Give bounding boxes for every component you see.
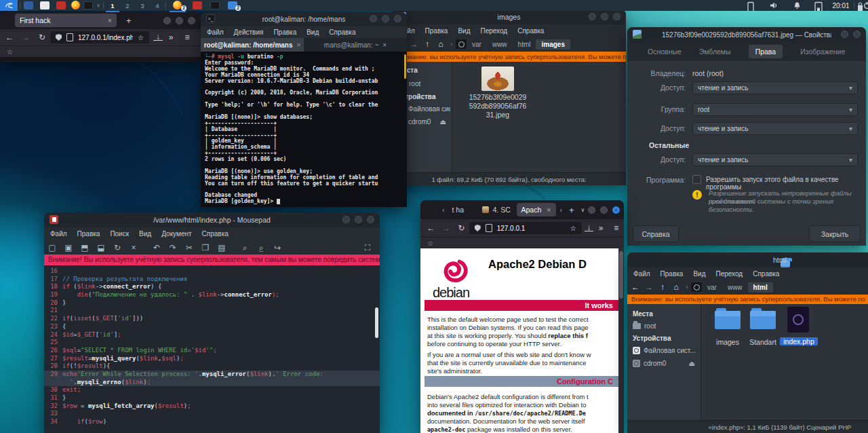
file-index-php-label[interactable]: index.php	[780, 337, 818, 345]
sidebar-item-cdrom[interactable]: cdrom0⏏	[633, 358, 699, 369]
eject-icon[interactable]: ⏏	[440, 118, 446, 126]
bookmark-star-icon[interactable]: ☆	[570, 225, 576, 232]
allow-execute-checkbox[interactable]	[692, 175, 701, 184]
tracking-shield-icon[interactable]	[56, 34, 62, 41]
terminal-tab-mans[interactable]: mans@kaliman: ~ ×	[304, 38, 407, 52]
terminal-scrollbar[interactable]	[404, 54, 406, 79]
up-button[interactable]: ↑	[420, 39, 434, 49]
taskbar-firefox-button[interactable]: 2	[170, 0, 186, 12]
tab-scroll-right-icon[interactable]: ›	[560, 206, 563, 214]
find-icon[interactable]: ⌕	[237, 243, 253, 252]
app-menu-button[interactable]: ≡	[179, 33, 195, 42]
tab-image[interactable]: Изображение	[800, 48, 845, 56]
menu-search[interactable]: Поиск	[110, 230, 129, 238]
minimize-button[interactable]	[841, 31, 848, 38]
breadcrumb-html[interactable]: html	[748, 282, 773, 293]
workspace-1[interactable]: 1	[106, 0, 119, 12]
back-button[interactable]: ←	[1, 33, 18, 42]
minimize-button[interactable]	[589, 13, 596, 20]
overflow-menu-button[interactable]: »	[593, 223, 609, 233]
menu-file[interactable]: Файл	[50, 230, 67, 238]
tab-close-icon[interactable]: ×	[108, 16, 112, 24]
menu-go[interactable]: Переход	[480, 27, 507, 35]
tab-permissions[interactable]: Права	[749, 45, 783, 58]
tab-close-icon[interactable]: ×	[382, 41, 387, 49]
import-bookmarks-icon[interactable]: ☆	[7, 48, 13, 56]
url-bar[interactable]: 127.0.0.1 ☆	[469, 222, 582, 234]
menu-help[interactable]: Справка	[753, 270, 779, 278]
menu-help[interactable]: Справка	[329, 29, 355, 36]
tab-partial[interactable]: t ha	[448, 203, 477, 216]
forward-button[interactable]: →	[642, 282, 656, 292]
minimize-button[interactable]	[370, 15, 377, 22]
tray-power-icon[interactable]	[863, 0, 868, 11]
file-name-line[interactable]: 31.jpeg	[460, 111, 535, 119]
redo-icon[interactable]: ↷	[165, 243, 181, 252]
menu-file[interactable]: Файл	[207, 29, 224, 36]
close-button[interactable]	[394, 15, 401, 22]
home-button[interactable]: ⌂	[669, 282, 683, 292]
sidebar-item-root[interactable]: root	[633, 320, 699, 331]
close-dialog-button[interactable]: Закрыть	[809, 225, 861, 242]
import-bookmarks-icon[interactable]: ☆	[427, 240, 433, 247]
forward-button[interactable]: →	[407, 39, 420, 49]
close-button[interactable]	[367, 216, 374, 223]
image-thumbnail[interactable]	[481, 67, 514, 91]
menu-document[interactable]: Документ	[161, 230, 191, 238]
kali-menu-button[interactable]	[0, 0, 18, 11]
back-button[interactable]: ←	[629, 282, 642, 292]
close-button[interactable]	[613, 13, 620, 20]
launcher-firefox-icon[interactable]	[71, 1, 80, 10]
titlebar[interactable]: html	[627, 252, 868, 267]
minimize-button[interactable]	[163, 17, 171, 24]
breadcrumb-www[interactable]: www	[722, 282, 748, 293]
taskbar-terminal-button[interactable]	[206, 0, 222, 11]
page-scrollbar[interactable]	[618, 248, 624, 433]
new-tab-button[interactable]: +	[126, 16, 132, 26]
tray-display-icon[interactable]	[814, 0, 823, 11]
maximize-button[interactable]	[601, 13, 608, 20]
workspace-3[interactable]: 3	[136, 0, 149, 11]
url-text[interactable]: 127.0.0.1/index.ph	[78, 34, 133, 41]
tab-sql-lesson[interactable]: 4. SC	[477, 203, 517, 216]
maximize-button[interactable]	[382, 15, 389, 22]
reload-button[interactable]: ↻	[454, 223, 469, 233]
tray-notifications-icon[interactable]	[792, 0, 802, 11]
others-access-select[interactable]: чтение и запись ▾	[692, 153, 858, 166]
url-text[interactable]: 127.0.0.1	[497, 225, 566, 232]
sidebar-item-filesystem[interactable]: Файловая сист...	[633, 345, 699, 356]
maximize-button[interactable]	[176, 17, 183, 24]
editor-scrollbar[interactable]	[375, 307, 378, 338]
menu-view[interactable]: Вид	[307, 29, 319, 36]
menu-help[interactable]: Справка	[202, 230, 229, 238]
code-editor[interactable]: 1617// Проверка результата подключения18…	[44, 265, 380, 433]
open-file-icon[interactable]: ▣	[60, 243, 77, 252]
undo-icon[interactable]: ↶	[149, 243, 165, 252]
menu-edit[interactable]: Правка	[425, 27, 448, 35]
menu-view[interactable]: Вид	[458, 27, 470, 35]
menu-go[interactable]: Переход	[715, 270, 743, 278]
taskbar-mousepad-button[interactable]	[189, 0, 205, 11]
titlebar[interactable]: images	[392, 10, 626, 24]
new-tab-button[interactable]: +	[569, 205, 574, 215]
breadcrumb-var[interactable]: var	[702, 282, 722, 293]
titlebar[interactable]: 15276b3f09e0029592db899056af7631.jpeg — …	[627, 27, 866, 42]
maximize-button[interactable]	[600, 206, 608, 214]
php-file-icon[interactable]	[787, 307, 809, 333]
close-button[interactable]	[853, 31, 861, 38]
path-scroll-left-icon[interactable]: ‹	[683, 284, 691, 290]
reload-icon[interactable]: ↻	[109, 243, 125, 252]
breadcrumb-www[interactable]: www	[487, 39, 513, 50]
menu-view[interactable]: Вид	[693, 270, 705, 278]
page-info-icon[interactable]	[486, 224, 492, 232]
file-name-line[interactable]: 15276b3f09e0029	[460, 93, 535, 101]
tab-apache[interactable]: Apach ×	[517, 203, 556, 216]
menu-actions[interactable]: Действия	[234, 29, 264, 36]
home-button[interactable]: ⌂	[434, 39, 448, 49]
file-list-area[interactable]: 15276b3f09e0029 592db899056af76 31.jpeg	[452, 62, 626, 173]
launcher-editor-icon[interactable]	[40, 1, 50, 10]
page-info-icon[interactable]	[66, 33, 73, 41]
tab-first-hack[interactable]: First hack ×	[15, 14, 117, 27]
tracking-shield-icon[interactable]	[475, 225, 481, 231]
menu-help[interactable]: Справка	[517, 27, 544, 35]
